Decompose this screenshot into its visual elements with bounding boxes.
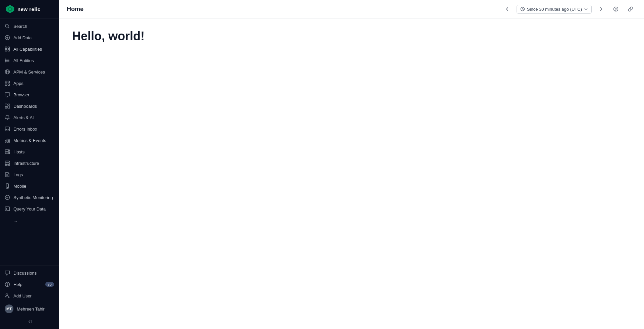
sidebar-item-synthetic-monitoring[interactable]: Synthetic Monitoring (0, 192, 59, 203)
server-icon (5, 149, 10, 154)
collapse-icon (27, 319, 32, 324)
link-icon (628, 6, 633, 12)
sidebar-item-add-user[interactable]: Add User (0, 290, 59, 301)
sidebar-item-apps-label: Apps (13, 81, 23, 86)
sidebar-item-infrastructure[interactable]: Infrastructure (0, 157, 59, 169)
link-button[interactable] (625, 4, 636, 14)
monitor-icon (5, 92, 10, 97)
sidebar-item-dashboards-label: Dashboards (13, 104, 37, 109)
svg-rect-33 (5, 140, 6, 142)
topbar-actions: Since 30 minutes ago (UTC) (502, 4, 636, 14)
apps-icon (5, 81, 10, 86)
sidebar-collapse-button[interactable] (0, 316, 59, 328)
svg-rect-21 (5, 81, 7, 83)
svg-point-62 (616, 10, 616, 11)
svg-rect-41 (5, 163, 10, 164)
svg-point-39 (8, 153, 9, 153)
svg-point-55 (7, 286, 8, 286)
time-selector[interactable]: Since 30 minutes ago (UTC) (517, 5, 592, 14)
sidebar-item-mobile-label: Mobile (13, 184, 26, 189)
sidebar-item-query-your-data[interactable]: Query Your Data (0, 203, 59, 215)
sidebar-item-alerts-ai[interactable]: Alerts & AI (0, 112, 59, 123)
inbox-icon (5, 126, 10, 132)
svg-rect-29 (8, 104, 10, 105)
sidebar-item-alerts-ai-label: Alerts & AI (13, 115, 34, 120)
avatar: MT (5, 304, 13, 313)
sidebar-logo[interactable]: new relic (0, 0, 59, 18)
user-plus-icon (5, 293, 10, 298)
sidebar-item-discussions[interactable]: Discussions (0, 267, 59, 279)
svg-point-47 (7, 187, 7, 188)
logo-text: new relic (17, 6, 41, 12)
chat-icon (5, 270, 10, 276)
bar-chart-icon (5, 138, 10, 143)
sidebar-item-apm-services-label: APM & Services (13, 69, 45, 75)
new-relic-logo-icon (5, 4, 15, 14)
svg-rect-43 (8, 165, 10, 166)
list-icon (5, 58, 10, 63)
svg-point-15 (5, 59, 6, 59)
sidebar-item-dashboards[interactable]: Dashboards (0, 100, 59, 112)
svg-point-48 (5, 195, 10, 200)
sidebar-item-errors-inbox[interactable]: Errors Inbox (0, 123, 59, 135)
sidebar-item-hosts[interactable]: Hosts (0, 146, 59, 157)
sidebar-item-add-user-label: Add User (13, 293, 32, 298)
chevron-right-icon (599, 7, 603, 11)
sidebar-item-add-data[interactable]: Add Data (0, 32, 59, 43)
help-icon (613, 6, 619, 12)
content-area: Hello, world! (59, 18, 644, 329)
dashboards-icon (5, 103, 10, 109)
help-button[interactable] (610, 4, 621, 14)
sidebar-item-more[interactable]: ... (0, 215, 59, 226)
svg-point-52 (7, 220, 8, 221)
svg-rect-28 (5, 104, 7, 107)
clock-icon (520, 7, 525, 11)
time-forward-button[interactable] (596, 4, 606, 14)
sidebar-item-all-capabilities[interactable]: All Capabilities (0, 43, 59, 55)
sidebar-item-help[interactable]: Help 70 (0, 279, 59, 290)
query-icon (5, 206, 10, 211)
svg-rect-10 (5, 50, 7, 51)
sidebar-item-apm-services[interactable]: APM & Services (0, 66, 59, 78)
sidebar-item-search-label: Search (13, 24, 27, 29)
sidebar-item-logs[interactable]: Logs (0, 169, 59, 180)
bell-icon (5, 115, 10, 120)
sidebar-item-metrics-events[interactable]: Metrics & Events (0, 135, 59, 146)
sidebar-bottom: Discussions Help 70 Add User MT Mehreen (0, 266, 59, 329)
svg-point-3 (5, 24, 8, 27)
svg-point-53 (9, 220, 9, 221)
sidebar-item-more-label: ... (13, 218, 17, 223)
sidebar-item-user[interactable]: MT Mehreen Tahir (0, 301, 59, 316)
chevron-down-icon (584, 7, 588, 11)
help-badge: 70 (45, 282, 54, 287)
svg-rect-24 (8, 84, 10, 86)
sidebar-item-search[interactable]: Search (0, 20, 59, 32)
svg-rect-40 (5, 161, 10, 162)
svg-rect-34 (7, 139, 8, 142)
svg-point-17 (5, 61, 6, 62)
sidebar: new relic Search Add Data All Capabiliti… (0, 0, 59, 329)
time-back-button[interactable] (502, 4, 513, 14)
svg-point-38 (8, 150, 9, 151)
sidebar-item-mobile[interactable]: Mobile (0, 180, 59, 192)
sidebar-navigation: Search Add Data All Capabilities All Ent… (0, 18, 59, 266)
mobile-icon (5, 183, 10, 189)
svg-rect-22 (8, 81, 10, 83)
svg-point-56 (6, 294, 8, 296)
svg-rect-8 (5, 47, 7, 49)
search-icon (5, 23, 10, 29)
svg-point-16 (5, 60, 6, 61)
svg-rect-31 (5, 107, 7, 108)
svg-rect-30 (8, 106, 10, 108)
sidebar-item-all-entities-label: All Entities (13, 58, 34, 63)
sidebar-item-add-data-label: Add Data (13, 35, 32, 40)
sidebar-item-browser-label: Browser (13, 92, 30, 97)
sidebar-item-query-your-data-label: Query Your Data (13, 206, 46, 211)
sidebar-item-browser[interactable]: Browser (0, 89, 59, 100)
svg-line-4 (8, 27, 9, 28)
chevron-left-icon (505, 7, 509, 11)
sidebar-item-all-entities[interactable]: All Entities (0, 55, 59, 66)
sidebar-item-metrics-events-label: Metrics & Events (13, 138, 46, 143)
sidebar-item-apps[interactable]: Apps (0, 78, 59, 89)
infrastructure-icon (5, 160, 10, 166)
